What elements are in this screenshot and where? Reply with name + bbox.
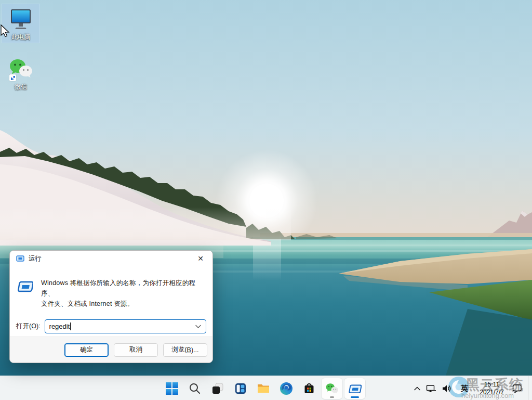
network-icon	[426, 384, 436, 393]
chevron-down-icon[interactable]	[195, 325, 201, 329]
open-combobox[interactable]: regedit	[45, 319, 206, 333]
chevron-up-icon	[414, 386, 421, 391]
microsoft-store-button[interactable]	[299, 378, 320, 399]
this-pc-icon	[8, 6, 33, 31]
volume-icon	[442, 384, 452, 393]
wechat-icon	[325, 382, 339, 395]
task-view-button[interactable]	[207, 378, 228, 399]
desktop-icon-label: 微信	[2, 83, 39, 92]
run-dialog-icon	[16, 255, 24, 262]
wechat-taskbar-button[interactable]	[322, 378, 342, 399]
open-combobox-value: regedit	[49, 322, 70, 330]
tray-time: 15:11	[480, 381, 504, 389]
show-desktop-button[interactable]	[528, 376, 532, 400]
run-dialog-footer: 确定 取消 浏览(B)...	[10, 337, 212, 363]
ok-button[interactable]: 确定	[64, 343, 109, 357]
run-dialog-titlebar[interactable]: 运行 ✕	[10, 251, 212, 266]
run-dialog-description: Windows 将根据你所输入的名称，为你打开相应的程序、 文件夹、文档或 In…	[41, 278, 205, 309]
ime-indicator[interactable]: 英	[455, 378, 474, 399]
mouse-cursor	[0, 24, 10, 38]
wechat-icon	[8, 56, 33, 81]
run-window-icon	[348, 382, 362, 395]
system-tray: 英 15:11 2021/7/7	[411, 376, 532, 400]
taskbar: 黑云系统 heiyunxitong.com	[0, 376, 532, 400]
run-icon-large	[17, 279, 33, 295]
notification-center-button[interactable]	[510, 378, 525, 399]
taskbar-center	[162, 376, 365, 400]
close-icon[interactable]: ✕	[194, 253, 207, 264]
file-explorer-icon	[257, 382, 270, 395]
file-explorer-button[interactable]	[253, 378, 274, 399]
microsoft-store-icon	[303, 382, 315, 395]
run-dialog: 运行 ✕ Windows 将根据你所输入的名称，为你打开相应的程序、 文件夹、文…	[9, 250, 213, 363]
browse-button[interactable]: 浏览(B)...	[163, 343, 207, 357]
run-dialog-title: 运行	[29, 254, 194, 263]
edge-icon	[280, 382, 293, 395]
network-button[interactable]	[423, 378, 439, 399]
task-view-icon	[211, 382, 224, 395]
cancel-button[interactable]: 取消	[114, 343, 158, 357]
widgets-button[interactable]	[230, 378, 251, 399]
notification-bubble-icon	[512, 384, 522, 393]
start-button[interactable]	[162, 378, 182, 399]
tray-date: 2021/7/7	[480, 389, 504, 396]
run-taskbar-button[interactable]	[344, 378, 365, 399]
ime-label: 英	[457, 384, 472, 393]
windows-start-icon	[165, 382, 179, 395]
shortcut-arrow-icon	[9, 74, 16, 81]
volume-button[interactable]	[439, 378, 455, 399]
desktop: 此电脑 微信 运行 ✕	[0, 0, 532, 400]
search-button[interactable]	[184, 378, 205, 399]
tray-overflow-button[interactable]	[411, 378, 423, 399]
running-indicator	[330, 396, 334, 398]
clock[interactable]: 15:11 2021/7/7	[474, 378, 510, 399]
active-window-indicator	[351, 396, 359, 398]
edge-button[interactable]	[276, 378, 297, 399]
open-label: 打开(O):	[16, 322, 41, 331]
desktop-icon-wechat[interactable]: 微信	[2, 54, 39, 93]
widgets-icon	[234, 382, 247, 395]
search-icon	[189, 382, 201, 395]
text-caret	[70, 322, 71, 330]
